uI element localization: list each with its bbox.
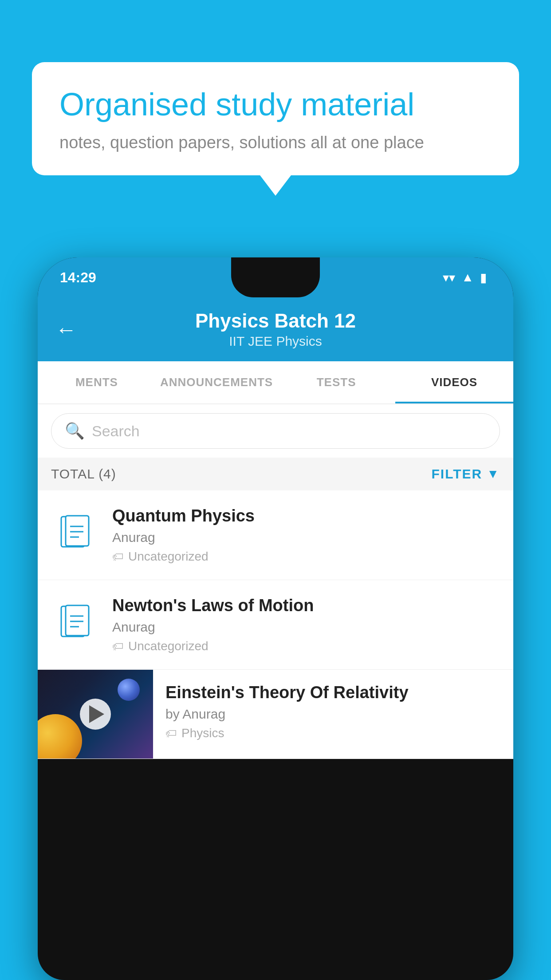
filter-button[interactable]: FILTER ▼: [432, 466, 500, 482]
video-tag: 🏷 Uncategorized: [112, 549, 500, 564]
speech-bubble: Organised study material notes, question…: [32, 62, 519, 175]
status-icons: ▾▾ ▲ ▮: [443, 270, 487, 285]
video-info: Quantum Physics Anurag 🏷 Uncategorized: [112, 506, 500, 564]
search-icon: 🔍: [65, 422, 85, 440]
tab-ments[interactable]: MENTS: [38, 361, 156, 403]
video-doc-icon-container: [51, 601, 100, 649]
video-list: Quantum Physics Anurag 🏷 Uncategorized: [38, 490, 513, 759]
tabs-bar: MENTS ANNOUNCEMENTS TESTS VIDEOS: [38, 361, 513, 404]
search-bar[interactable]: 🔍 Search: [51, 413, 500, 449]
document-icon: [58, 604, 93, 646]
status-time: 14:29: [60, 269, 96, 286]
video-tag: 🏷 Uncategorized: [112, 639, 500, 653]
svg-rect-6: [66, 605, 89, 636]
video-info: Newton's Laws of Motion Anurag 🏷 Uncateg…: [112, 596, 500, 653]
back-button[interactable]: ←: [55, 317, 77, 342]
video-doc-icon-container: [51, 511, 100, 560]
status-bar: 14:29 ▾▾ ▲ ▮: [38, 257, 513, 297]
signal-icon: ▲: [461, 270, 474, 285]
play-icon: [89, 705, 104, 723]
document-icon: [58, 514, 93, 557]
bubble-title: Organised study material: [59, 85, 492, 123]
tab-announcements[interactable]: ANNOUNCEMENTS: [156, 361, 277, 403]
list-item[interactable]: Newton's Laws of Motion Anurag 🏷 Uncateg…: [38, 580, 513, 670]
wifi-icon: ▾▾: [443, 270, 455, 285]
tag-icon: 🏷: [165, 727, 177, 740]
bubble-subtitle: notes, question papers, solutions all at…: [59, 133, 492, 152]
planet-small: [118, 679, 140, 701]
filter-funnel-icon: ▼: [487, 467, 500, 481]
video-info: Einstein's Theory Of Relativity by Anura…: [153, 670, 500, 754]
app-header: ← Physics Batch 12 IIT JEE Physics: [38, 297, 513, 361]
video-title: Newton's Laws of Motion: [112, 596, 500, 615]
header-title: Physics Batch 12: [90, 310, 461, 332]
battery-icon: ▮: [480, 270, 487, 285]
tag-icon: 🏷: [112, 550, 124, 564]
planet-large: [38, 714, 82, 759]
tag-icon: 🏷: [112, 640, 124, 653]
video-thumbnail: [38, 670, 153, 759]
search-container: 🔍 Search: [38, 404, 513, 458]
phone-frame: 14:29 ▾▾ ▲ ▮ ← Physics Batch 12 IIT JEE …: [38, 257, 513, 980]
video-author: by Anurag: [165, 707, 500, 722]
video-author: Anurag: [112, 530, 500, 545]
svg-rect-1: [66, 516, 89, 546]
tab-tests[interactable]: TESTS: [277, 361, 395, 403]
video-title: Quantum Physics: [112, 506, 500, 526]
play-button[interactable]: [80, 699, 111, 730]
list-item[interactable]: Quantum Physics Anurag 🏷 Uncategorized: [38, 490, 513, 580]
list-item[interactable]: Einstein's Theory Of Relativity by Anura…: [38, 670, 513, 759]
total-count: TOTAL (4): [51, 466, 116, 482]
filter-bar: TOTAL (4) FILTER ▼: [38, 458, 513, 490]
video-title: Einstein's Theory Of Relativity: [165, 683, 500, 702]
video-author: Anurag: [112, 620, 500, 635]
header-subtitle: IIT JEE Physics: [90, 334, 461, 349]
tab-videos[interactable]: VIDEOS: [395, 361, 513, 403]
header-text: Physics Batch 12 IIT JEE Physics: [90, 310, 461, 349]
search-input[interactable]: Search: [92, 423, 140, 440]
video-tag: 🏷 Physics: [165, 726, 500, 740]
